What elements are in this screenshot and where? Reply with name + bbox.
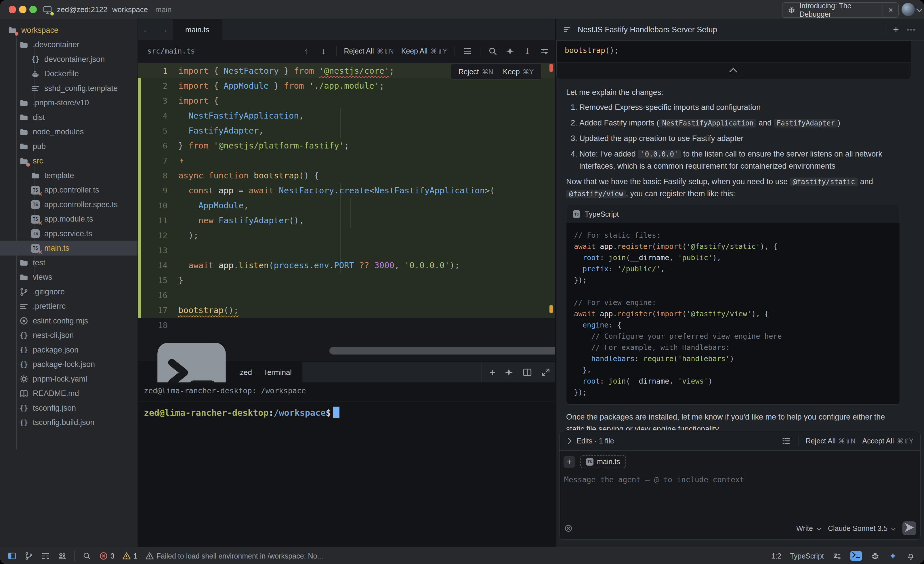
minimize-window-button[interactable] xyxy=(19,6,27,13)
avatar[interactable] xyxy=(902,3,915,16)
review-edits-icon[interactable] xyxy=(782,436,791,446)
agent-conversation[interactable]: bootstrap(); Let me explain the changes:… xyxy=(556,41,924,430)
debugger-notification[interactable]: Introducing: The Debugger × xyxy=(782,2,898,18)
review-list-icon[interactable] xyxy=(463,46,472,56)
thread-title[interactable]: NestJS Fastify Handlebars Server Setup xyxy=(578,26,717,34)
sidebar-item-package-lock-json[interactable]: {}package-lock.json xyxy=(0,357,138,372)
sidebar-item-workspace[interactable]: workspace xyxy=(0,23,138,38)
reject-all-button[interactable]: Reject All⌘⇧N xyxy=(344,47,394,55)
error-count[interactable]: 3 xyxy=(99,551,114,561)
hunk-keep-button[interactable]: Keep⌘Y xyxy=(503,68,534,76)
editor-controls-icon[interactable] xyxy=(540,46,549,56)
code-line-17[interactable]: 17bootstrap(); xyxy=(138,303,555,318)
selection-mode-icon[interactable]: I xyxy=(522,46,532,56)
context-chip-main-ts[interactable]: TS main.ts xyxy=(580,455,626,468)
send-button[interactable] xyxy=(902,521,916,535)
edits-accept-all-button[interactable]: Accept All⌘⇧Y xyxy=(862,437,914,445)
maximize-panel-icon[interactable] xyxy=(541,368,550,377)
breadcrumb[interactable]: src/main.ts xyxy=(147,47,195,55)
notifications-icon[interactable] xyxy=(906,551,915,561)
chevron-right-icon[interactable] xyxy=(566,438,572,444)
thread-history-icon[interactable] xyxy=(562,26,572,34)
warning-count[interactable]: 1 xyxy=(122,551,138,561)
code-line-2[interactable]: 2import { AppModule } from './app.module… xyxy=(138,78,555,93)
terminal-tab[interactable]: zed — Terminal xyxy=(138,362,302,383)
collab-panel-icon[interactable] xyxy=(57,551,67,561)
code-line-10[interactable]: 10 AppModule, xyxy=(138,198,555,213)
language-selector[interactable]: TypeScript xyxy=(790,552,824,560)
sidebar-item--devcontainer[interactable]: .devcontainer xyxy=(0,38,138,52)
nav-forward-icon[interactable]: → xyxy=(160,25,168,34)
code-line-9[interactable]: 9 const app = await NestFactory.create<N… xyxy=(138,183,555,198)
notification-close-button[interactable]: × xyxy=(883,6,898,15)
code-line-12[interactable]: 12 ); xyxy=(138,228,555,243)
tab-main-ts[interactable]: main.ts xyxy=(172,19,222,40)
debugger-icon[interactable] xyxy=(870,551,880,561)
sidebar-item-pub[interactable]: pub xyxy=(0,139,138,154)
sidebar-item--gitignore[interactable]: .gitignore xyxy=(0,285,138,299)
sidebar-item--pnpm-store-v10[interactable]: .pnpm-store/v10 xyxy=(0,96,138,110)
sidebar-item-test[interactable]: test xyxy=(0,255,138,270)
code-line-5[interactable]: 5 FastifyAdapter, xyxy=(138,123,555,138)
user-menu-chevron-icon[interactable] xyxy=(917,7,921,12)
git-panel-icon[interactable] xyxy=(24,551,33,561)
code-line-16[interactable]: 16 xyxy=(138,288,555,303)
mode-selector[interactable]: Write xyxy=(796,524,820,532)
agent-menu-icon[interactable]: ⋯ xyxy=(906,24,924,35)
message-composer[interactable]: + TS main.ts Message the agent – @ to in… xyxy=(560,451,920,539)
hunk-reject-button[interactable]: Reject⌘N xyxy=(459,68,494,76)
project-panel-toggle-icon[interactable] xyxy=(8,551,16,561)
sidebar-item-template[interactable]: template xyxy=(0,168,138,183)
code-line-15[interactable]: 15} xyxy=(138,273,555,288)
code-line-8[interactable]: 8async function bootstrap() { xyxy=(138,168,555,183)
outline-panel-icon[interactable] xyxy=(41,551,50,561)
sidebar-item-app-module-ts[interactable]: TS×app.module.ts xyxy=(0,212,138,226)
sidebar-item-node-modules[interactable]: node_modules xyxy=(0,125,138,139)
code-line-13[interactable]: 13 xyxy=(138,243,555,258)
sidebar-item-dist[interactable]: dist xyxy=(0,110,138,124)
sidebar-item-sshd-config-template[interactable]: sshd_config.template xyxy=(0,81,138,96)
prev-hunk-icon[interactable]: ↑ xyxy=(302,46,311,56)
zoom-window-button[interactable] xyxy=(29,6,37,13)
model-selector[interactable]: Claude Sonnet 3.5 xyxy=(828,524,895,532)
burn-mode-icon[interactable] xyxy=(564,524,573,532)
sidebar-item-package-json[interactable]: {}package.json xyxy=(0,343,138,357)
sidebar-item-app-service-ts[interactable]: TSapp.service.ts xyxy=(0,226,138,241)
git-branch[interactable]: main xyxy=(155,0,171,19)
terminal-panel-toggle-icon[interactable] xyxy=(850,551,862,561)
sidebar-item-dockerfile[interactable]: Dockerfile xyxy=(0,67,138,81)
inline-assist-icon[interactable] xyxy=(505,46,515,56)
edits-summary[interactable]: Edits · 1 file xyxy=(576,437,614,445)
assistant-panel-toggle-icon[interactable] xyxy=(888,551,897,561)
new-thread-button[interactable]: + xyxy=(885,24,906,36)
cursor-position[interactable]: 1:2 xyxy=(771,552,782,560)
sidebar-item-devcontainer-json[interactable]: {}devcontainer.json xyxy=(0,52,138,66)
code-line-3[interactable]: 3import { xyxy=(138,93,555,108)
sidebar-item-eslint-config-mjs[interactable]: eslint.config.mjs xyxy=(0,314,138,328)
sidebar-item-app-controller-ts[interactable]: TS×app.controller.ts xyxy=(0,183,138,197)
sidebar-item-views[interactable]: views xyxy=(0,270,138,285)
sidebar-item-tsconfig-build-json[interactable]: {}tsconfig.build.json xyxy=(0,416,138,430)
code-line-4[interactable]: 4 NestFastifyApplication, xyxy=(138,108,555,123)
shell-env-message[interactable]: Failed to load shell environment in /wor… xyxy=(145,551,323,561)
nav-back-icon[interactable]: ← xyxy=(142,25,151,34)
horizontal-scrollbar[interactable] xyxy=(329,347,555,354)
edit-prediction-icon[interactable] xyxy=(832,551,842,561)
sidebar-item--prettierrc[interactable]: .prettierrc xyxy=(0,299,138,314)
project-search-icon[interactable] xyxy=(82,551,92,561)
remote-host[interactable]: zed@zed:2122 xyxy=(57,0,107,19)
sidebar-item-readme-md[interactable]: README.md xyxy=(0,387,138,401)
new-terminal-icon[interactable]: + xyxy=(490,367,495,378)
split-pane-icon[interactable] xyxy=(522,368,532,377)
sidebar-item-src[interactable]: src xyxy=(0,154,138,168)
terminal[interactable]: zed@lima-rancher-desktop: /workspace zed… xyxy=(138,382,555,547)
next-hunk-icon[interactable]: ↓ xyxy=(319,46,328,56)
sidebar-item-main-ts[interactable]: TS×main.ts xyxy=(0,241,138,255)
terminal-assist-icon[interactable] xyxy=(504,368,514,377)
keep-all-button[interactable]: Keep All⌘⇧Y xyxy=(401,47,447,55)
edits-reject-all-button[interactable]: Reject All⌘⇧N xyxy=(806,437,855,445)
code-line-7[interactable]: 7 xyxy=(138,153,555,168)
sidebar-item-tsconfig-json[interactable]: {}tsconfig.json xyxy=(0,401,138,415)
code-line-6[interactable]: 6} from '@nestjs/platform-fastify'; xyxy=(138,138,555,153)
add-context-button[interactable]: + xyxy=(564,456,575,468)
